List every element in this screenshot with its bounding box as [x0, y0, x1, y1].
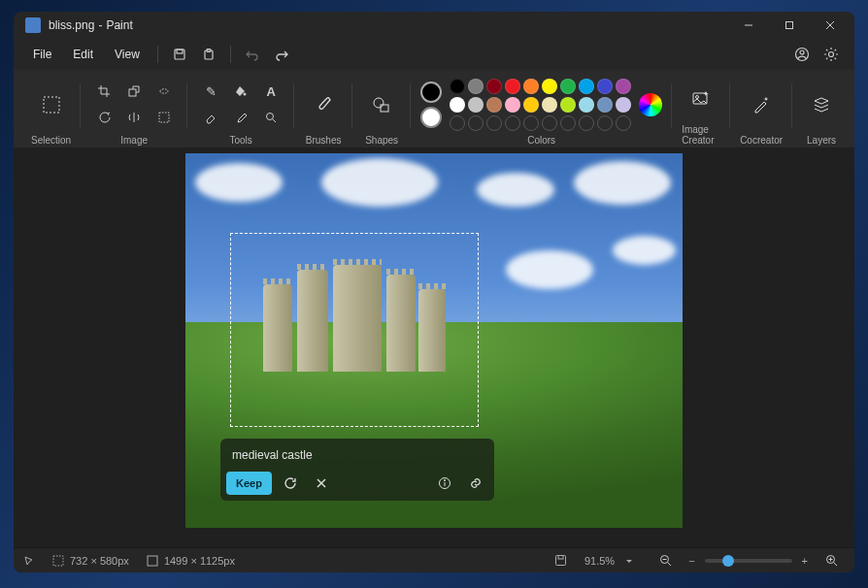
info-icon[interactable]	[432, 472, 457, 495]
rotate-icon[interactable]	[90, 106, 117, 129]
color-swatch[interactable]	[505, 97, 520, 113]
link-icon[interactable]	[463, 472, 488, 495]
colors-label: Colors	[527, 135, 555, 146]
transparent-select-icon[interactable]	[150, 106, 178, 129]
color-swatch[interactable]	[523, 79, 539, 94]
fill-icon[interactable]	[227, 80, 254, 103]
zoom-in-icon[interactable]	[818, 549, 845, 572]
freeform-select-icon[interactable]	[150, 80, 178, 103]
custom-color-slot[interactable]	[597, 115, 613, 131]
view-menu[interactable]: View	[105, 44, 150, 65]
color-swatch[interactable]	[560, 97, 576, 113]
pencil-icon[interactable]: ✎	[197, 80, 224, 103]
color-swatch[interactable]	[468, 79, 484, 94]
magnifier-icon[interactable]	[257, 106, 284, 129]
color-swatch[interactable]	[579, 97, 594, 113]
canvas[interactable]: Keep	[185, 153, 683, 528]
custom-color-slot[interactable]	[450, 115, 465, 131]
color-swatch[interactable]	[505, 79, 520, 94]
redo-icon[interactable]	[268, 41, 295, 68]
edit-colors-button[interactable]	[639, 93, 662, 116]
image-creator-group: Image Creator	[672, 76, 730, 146]
statusbar: 732 × 580px 1499 × 1125px 91.5% − +	[14, 547, 854, 572]
cancel-icon[interactable]	[309, 472, 334, 495]
shapes-group: Shapes	[352, 76, 411, 146]
app-name: Paint	[106, 18, 132, 32]
edit-menu[interactable]: Edit	[63, 44, 103, 65]
color-swatch[interactable]	[468, 97, 484, 113]
save-disk-icon[interactable]	[554, 554, 567, 567]
secondary-color[interactable]	[420, 107, 442, 128]
flip-icon[interactable]	[120, 106, 148, 129]
close-button[interactable]	[810, 12, 851, 39]
color-swatch[interactable]	[579, 79, 594, 94]
keep-button[interactable]: Keep	[226, 472, 272, 495]
zoom-slider[interactable]	[705, 559, 792, 563]
canvas-area[interactable]: Keep	[14, 147, 854, 547]
settings-icon[interactable]	[818, 41, 845, 68]
svg-rect-26	[53, 556, 63, 566]
paste-icon[interactable]	[195, 41, 222, 68]
minimize-button[interactable]	[728, 12, 769, 39]
svg-point-9	[800, 50, 804, 54]
brushes-label: Brushes	[306, 135, 342, 146]
layers-label: Layers	[807, 135, 836, 146]
color-swatch[interactable]	[523, 97, 539, 113]
svg-point-10	[829, 52, 834, 57]
custom-color-slot[interactable]	[542, 115, 557, 131]
file-menu[interactable]: File	[23, 44, 61, 65]
svg-rect-11	[44, 97, 59, 113]
color-swatch[interactable]	[597, 97, 613, 113]
cocreator-button[interactable]	[742, 85, 781, 124]
maximize-button[interactable]	[769, 12, 810, 39]
eraser-icon[interactable]	[197, 106, 224, 129]
crop-icon[interactable]	[90, 80, 117, 103]
custom-color-slot[interactable]	[560, 115, 576, 131]
svg-point-15	[267, 114, 274, 120]
resize-icon[interactable]	[120, 80, 148, 103]
custom-color-slot[interactable]	[468, 115, 484, 131]
color-swatch[interactable]	[542, 97, 557, 113]
color-swatch[interactable]	[560, 79, 576, 94]
color-swatch[interactable]	[597, 79, 613, 94]
svg-line-31	[668, 563, 671, 566]
save-icon[interactable]	[166, 41, 193, 68]
tools-label: Tools	[229, 135, 251, 146]
image-creator-label: Image Creator	[682, 124, 720, 146]
image-creator-button[interactable]	[682, 80, 720, 118]
filename: bliss.png	[49, 18, 94, 32]
layers-button[interactable]	[802, 85, 841, 124]
custom-color-slot[interactable]	[486, 115, 502, 131]
color-swatch[interactable]	[450, 97, 465, 113]
text-icon[interactable]: A	[257, 80, 284, 103]
primary-color[interactable]	[420, 82, 442, 103]
layers-group: Layers	[792, 76, 851, 146]
account-icon[interactable]	[788, 41, 816, 68]
shapes-label: Shapes	[365, 135, 398, 146]
custom-color-slot[interactable]	[616, 115, 631, 131]
undo-icon[interactable]	[239, 41, 266, 68]
shapes-button[interactable]	[362, 85, 401, 124]
custom-color-slot[interactable]	[579, 115, 594, 131]
custom-color-slot[interactable]	[505, 115, 520, 131]
custom-color-slot[interactable]	[523, 115, 539, 131]
color-swatch[interactable]	[616, 97, 631, 113]
svg-rect-28	[555, 556, 565, 566]
svg-point-20	[696, 96, 699, 99]
color-swatch[interactable]	[486, 79, 502, 94]
menubar: File Edit View	[14, 39, 854, 70]
cocreator-group: Cocreator	[730, 76, 792, 146]
color-swatch[interactable]	[616, 79, 631, 94]
brushes-button[interactable]	[304, 85, 343, 124]
color-picker-icon[interactable]	[227, 106, 254, 129]
select-tool[interactable]	[32, 85, 71, 124]
color-swatch[interactable]	[486, 97, 502, 113]
zoom-out-icon[interactable]	[651, 549, 679, 572]
titlebar: bliss.png - Paint	[14, 12, 854, 39]
color-swatch[interactable]	[450, 79, 465, 94]
svg-rect-29	[558, 556, 563, 560]
prompt-input[interactable]	[226, 444, 488, 466]
brushes-group: Brushes	[294, 76, 352, 146]
regenerate-icon[interactable]	[278, 472, 303, 495]
color-swatch[interactable]	[542, 79, 557, 94]
